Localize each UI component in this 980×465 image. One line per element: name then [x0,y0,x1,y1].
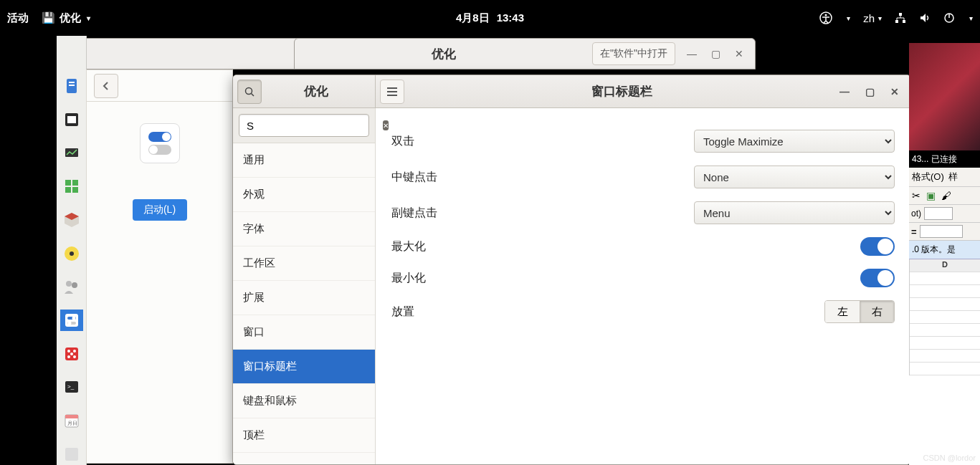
content-area: 双击 Toggle Maximize 中键点击 None 副键点击 [376,108,910,464]
input-method[interactable]: zh ▾ [863,12,882,24]
svg-point-34 [73,355,76,358]
sidebar-item-extensions[interactable]: 扩展 [233,281,375,315]
cell-input[interactable] [924,207,953,220]
app-menu-label: 优化 [60,11,81,25]
double-click-combo[interactable]: Toggle Maximize [694,130,895,153]
table-cell[interactable] [910,350,980,363]
dock-item-files[interactable] [60,75,83,97]
row-label-placement: 放置 [391,305,414,320]
chevron-down-icon: ▾ [87,14,90,22]
dock-item-dice[interactable] [60,342,83,365]
info-note: .0 版本。是 [909,241,980,259]
table-cell[interactable] [910,285,980,298]
time-label[interactable]: 13:43 [497,11,524,25]
dock-item-app[interactable] [60,443,83,465]
paste-icon[interactable]: ▣ [926,190,936,201]
dock-item-monitor[interactable] [60,142,83,164]
dock-item-disk[interactable] [60,109,83,131]
app-menu[interactable]: 💾 优化 ▾ [42,11,90,25]
maximize-switch[interactable] [860,237,895,256]
window-title: 优化 [295,46,592,62]
svg-text:月日: 月日 [67,421,77,426]
date-label[interactable]: 4月8日 [456,11,490,25]
chevron-down-icon: ▾ [969,14,973,22]
menu-format[interactable]: 格式(O) [912,171,944,183]
minimize-button[interactable]: — [687,48,697,59]
equals-label: = [911,226,917,237]
dock-item-box[interactable] [60,209,83,231]
tweaks-bg-window-header: 优化 在"软件"中打开 — ▢ ✕ [294,38,756,69]
sidebar-item-general[interactable]: 通用 [233,143,375,178]
svg-rect-17 [72,180,78,186]
svg-point-41 [246,87,252,94]
search-input-wrapper: ✕ [239,114,369,137]
svg-rect-2 [899,13,902,16]
dock: >_ 月日 [57,36,87,465]
sidebar-item-titlebars[interactable]: 窗口标题栏 [233,350,375,384]
row-label-minimize: 最小化 [391,271,426,286]
placement-left-button[interactable]: 左 [825,301,860,322]
dock-item-terminal[interactable]: >_ [60,376,83,398]
table-cell[interactable] [910,363,980,375]
table-cell[interactable] [910,298,980,311]
back-button[interactable] [94,74,118,98]
minimize-switch[interactable] [860,269,895,287]
network-icon[interactable] [895,12,906,24]
svg-point-33 [67,355,70,358]
search-toggle-button[interactable] [237,80,262,104]
secondary-click-combo[interactable]: Menu [694,201,895,224]
sidebar-item-windows[interactable]: 窗口 [233,315,375,350]
power-icon[interactable] [943,12,955,24]
table-cell[interactable] [910,324,980,337]
svg-point-21 [70,251,74,256]
placement-segmented: 左 右 [824,300,895,323]
minimize-button[interactable]: — [839,86,850,97]
table-cell[interactable] [910,311,980,324]
sidebar-item-fonts[interactable]: 字体 [233,212,375,246]
svg-point-32 [70,353,73,355]
close-button[interactable]: ✕ [735,48,743,59]
svg-point-28 [67,322,71,325]
launch-button[interactable]: 启动(L) [133,199,187,221]
status-bar: 43... 已连接 [909,150,980,168]
table-cell[interactable] [910,337,980,350]
field-label: ot) [911,208,921,219]
dock-item-music[interactable] [60,242,83,264]
activities-button[interactable]: 活动 [7,11,29,25]
hamburger-button[interactable] [380,80,404,104]
middle-click-combo[interactable]: None [694,166,895,188]
sidebar-item-kbmouse[interactable]: 键盘和鼠标 [233,384,375,418]
maximize-button[interactable]: ▢ [711,48,720,59]
sidebar: ✕ 通用 外观 字体 工作区 扩展 窗口 窗口标题栏 键盘和鼠标 顶栏 [233,108,376,464]
svg-rect-19 [72,187,78,193]
svg-rect-12 [69,85,75,86]
dock-item-calendar[interactable]: 月日 [60,410,83,432]
svg-rect-16 [65,180,71,186]
maximize-button[interactable]: ▢ [865,86,875,97]
input-label: zh [863,12,875,24]
tweaks-window: 优化 窗口标题栏 — ▢ ✕ ✕ 通用 外观 字体 工作区 扩展 窗口 [232,75,911,465]
svg-rect-24 [65,314,78,327]
accessibility-icon[interactable] [819,11,832,24]
dock-item-users[interactable] [60,276,83,298]
placement-right-button[interactable]: 右 [860,301,894,322]
dock-item-grid[interactable] [60,176,83,198]
volume-icon[interactable] [919,12,931,24]
column-header[interactable]: D [910,259,980,272]
row-label-middle-click: 中键点击 [391,170,437,185]
table-cell[interactable] [910,272,980,285]
svg-rect-11 [69,82,75,83]
cut-icon[interactable]: ✂ [912,190,920,201]
formula-input[interactable] [920,225,963,238]
svg-point-1 [825,14,827,16]
sidebar-item-appearance[interactable]: 外观 [233,178,375,212]
open-in-software-button[interactable]: 在"软件"中打开 [592,42,675,65]
dock-item-tweaks[interactable] [60,310,83,332]
menu-style[interactable]: 样 [948,171,958,183]
svg-rect-40 [65,448,78,461]
brush-icon[interactable]: 🖌 [941,190,951,201]
search-input[interactable] [244,120,383,132]
sidebar-item-workspaces[interactable]: 工作区 [233,246,375,281]
close-button[interactable]: ✕ [890,86,899,97]
sidebar-item-topbar[interactable]: 顶栏 [233,418,375,453]
